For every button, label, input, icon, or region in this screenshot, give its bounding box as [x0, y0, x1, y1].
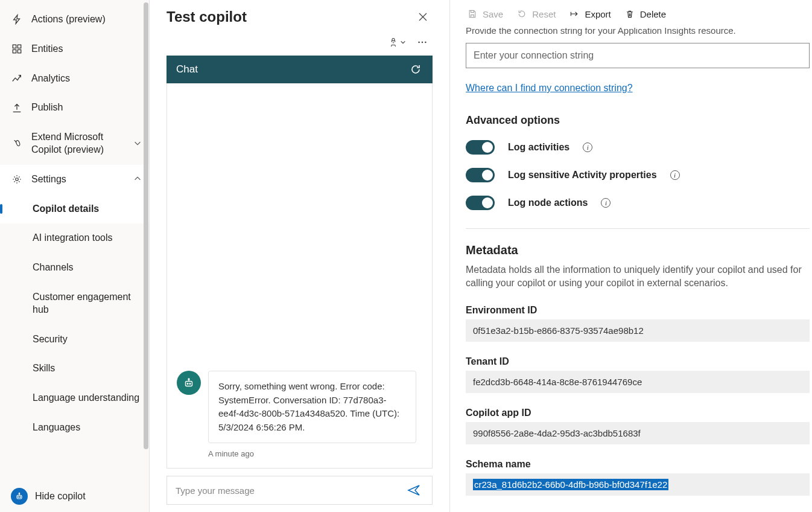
- nav-sub-label: Language understanding: [33, 392, 143, 405]
- toggle-log-sensitive[interactable]: [466, 168, 495, 182]
- chat-input[interactable]: [176, 485, 404, 496]
- test-copilot-panel: Test copilot Chat Sorry, something went …: [150, 0, 450, 512]
- chat-header-title: Chat: [176, 63, 198, 75]
- nav-extend-copilot[interactable]: Extend Microsoft Copilot (preview): [0, 123, 149, 165]
- info-icon[interactable]: i: [670, 170, 680, 180]
- connection-string-help-link[interactable]: Where can I find my connection string?: [466, 83, 633, 94]
- section-divider: [466, 228, 810, 229]
- connection-string-input[interactable]: [466, 43, 810, 68]
- chat-input-container: [167, 476, 433, 505]
- nav-skills[interactable]: Skills: [0, 354, 149, 383]
- close-test-panel-button[interactable]: [413, 7, 433, 27]
- nav-languages[interactable]: Languages: [0, 413, 149, 443]
- nav-analytics[interactable]: Analytics: [0, 64, 149, 94]
- sidebar-scrollbar[interactable]: [143, 2, 149, 488]
- environment-id-label: Environment ID: [466, 305, 810, 316]
- nav-security[interactable]: Security: [0, 325, 149, 354]
- toggle-log-activities-row: Log activities i: [466, 140, 810, 155]
- nav-copilot-details[interactable]: Copilot details: [0, 194, 149, 224]
- svg-point-14: [187, 383, 188, 385]
- toggle-log-activities[interactable]: [466, 140, 495, 155]
- sidebar-scroll: Actions (preview) Entities Analytics Pub…: [0, 0, 149, 481]
- nav-settings[interactable]: Settings: [0, 165, 149, 194]
- save-label: Save: [483, 9, 503, 19]
- bot-avatar-icon: [177, 371, 201, 395]
- nav-label: Publish: [31, 101, 143, 114]
- advanced-options-heading: Advanced options: [466, 114, 810, 127]
- export-button[interactable]: Export: [569, 8, 611, 19]
- delete-label: Delete: [640, 9, 666, 19]
- left-sidebar: Actions (preview) Entities Analytics Pub…: [0, 0, 150, 512]
- content-body: Provide the connection string for your A…: [463, 28, 812, 512]
- toggle-log-node-actions[interactable]: [466, 196, 495, 210]
- chat-message: Sorry, something went wrong. Error code:…: [177, 371, 422, 443]
- toggle-label: Log activities: [508, 142, 569, 153]
- nav-language-understanding[interactable]: Language understanding: [0, 383, 149, 413]
- chevron-down-icon: [133, 139, 143, 149]
- nav-sub-label: Languages: [33, 421, 143, 434]
- hide-copilot-button[interactable]: Hide copilot: [0, 481, 149, 512]
- nav-actions-preview[interactable]: Actions (preview): [0, 5, 149, 34]
- copilot-app-id-value[interactable]: 990f8556-2a8e-4da2-95d3-ac3bdb51683f: [466, 422, 810, 444]
- bot-tree-icon: [388, 37, 399, 48]
- bot-variables-button[interactable]: [387, 34, 407, 51]
- svg-point-6: [18, 497, 19, 498]
- chart-line-icon: [11, 72, 23, 85]
- nav-label: Entities: [31, 43, 143, 56]
- nav-label: Actions (preview): [31, 13, 143, 26]
- chat-message-text: Sorry, something went wrong. Error code:…: [208, 371, 416, 443]
- connection-string-description: Provide the connection string for your A…: [466, 28, 810, 36]
- svg-point-12: [425, 42, 427, 43]
- save-icon: [467, 8, 478, 19]
- info-icon[interactable]: i: [601, 198, 611, 208]
- svg-rect-13: [186, 382, 192, 386]
- nav-label: Settings: [31, 173, 125, 186]
- chevron-up-icon: [133, 174, 143, 184]
- more-options-button[interactable]: [412, 34, 433, 51]
- reset-button[interactable]: Reset: [516, 8, 556, 19]
- close-icon: [417, 11, 429, 23]
- send-button[interactable]: [404, 481, 423, 500]
- svg-point-11: [422, 42, 423, 43]
- scrollbar-thumb[interactable]: [144, 2, 148, 449]
- nav-entities[interactable]: Entities: [0, 34, 149, 64]
- test-panel-title: Test copilot: [167, 8, 247, 25]
- lightning-icon: [11, 13, 23, 25]
- copilot-icon: [11, 138, 23, 150]
- nav-sub-label: Customer engagement hub: [33, 291, 143, 316]
- copilot-app-id-label: Copilot app ID: [466, 408, 810, 418]
- chevron-down-icon: [400, 39, 406, 45]
- toggle-log-sensitive-row: Log sensitive Activity properties i: [466, 168, 810, 182]
- nav-channels[interactable]: Channels: [0, 253, 149, 283]
- toggle-log-node-actions-row: Log node actions i: [466, 196, 810, 210]
- command-bar: Save Reset Export Delete: [463, 0, 812, 28]
- svg-point-4: [16, 178, 19, 181]
- nav-sub-label: Security: [33, 333, 143, 346]
- environment-id-value[interactable]: 0f51e3a2-b15b-e866-8375-93574ae98b12: [466, 319, 810, 342]
- save-button[interactable]: Save: [467, 8, 503, 19]
- nav-ai-integration-tools[interactable]: AI integration tools: [0, 223, 149, 253]
- hide-copilot-label: Hide copilot: [35, 491, 86, 502]
- metadata-description: Metadata holds all the information to un…: [466, 263, 810, 290]
- reset-label: Reset: [532, 9, 556, 19]
- grid-icon: [11, 43, 23, 55]
- svg-point-15: [189, 383, 191, 385]
- svg-rect-1: [17, 45, 21, 48]
- nav-publish[interactable]: Publish: [0, 93, 149, 123]
- chat-body: Sorry, something went wrong. Error code:…: [167, 83, 433, 469]
- chat-header: Chat: [167, 56, 433, 83]
- info-icon[interactable]: i: [583, 142, 592, 152]
- nav-sub-label: Channels: [33, 261, 143, 274]
- chat-message-time: A minute ago: [208, 449, 422, 458]
- reset-icon: [516, 8, 527, 19]
- nav-customer-engagement-hub[interactable]: Customer engagement hub: [0, 283, 149, 325]
- reload-chat-button[interactable]: [408, 62, 423, 77]
- refresh-icon: [410, 63, 422, 75]
- toggle-label: Log node actions: [508, 197, 588, 208]
- test-panel-header: Test copilot: [150, 0, 449, 31]
- upload-icon: [11, 102, 23, 114]
- schema-name-value[interactable]: cr23a_81d6b2b2-66b0-4dfb-b96b-bf0d347f1e…: [466, 473, 810, 496]
- tenant-id-value[interactable]: fe2dcd3b-6648-414a-8c8e-8761944769ce: [466, 371, 810, 393]
- delete-button[interactable]: Delete: [624, 8, 666, 19]
- gear-icon: [11, 173, 23, 185]
